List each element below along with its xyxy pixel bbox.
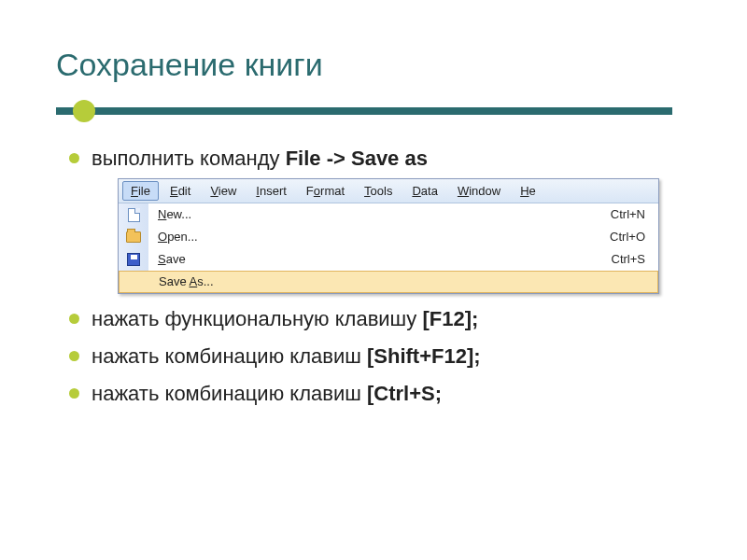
new-file-icon: [128, 208, 140, 222]
shortcut-new: Ctrl+N: [593, 206, 658, 223]
save-disk-icon: [127, 253, 140, 266]
menu-screenshot: File Edit View Insert Format Tools Data …: [118, 178, 659, 295]
bullet-2: нажать функциональную клавишу [F12];: [63, 305, 691, 333]
shortcut-open: Ctrl+O: [593, 229, 658, 245]
bullet-4-text: нажать комбинацию клавиш: [92, 382, 367, 405]
menu-format[interactable]: Format: [298, 181, 353, 202]
bullet-2-text: нажать функциональную клавишу: [92, 307, 422, 330]
bullet-3-text: нажать комбинацию клавиш: [92, 344, 367, 368]
menuitem-new[interactable]: New... Ctrl+N: [119, 203, 658, 226]
menu-edit[interactable]: Edit: [162, 181, 199, 202]
bullet-3: нажать комбинацию клавиш [Shift+F12];: [63, 343, 691, 371]
file-dropdown: New... Ctrl+N Open... Ctrl+O Save Ctrl+S: [119, 203, 658, 293]
bullet-4-bold: [Ctrl+S;: [367, 382, 442, 405]
menu-insert[interactable]: Insert: [247, 181, 295, 202]
bullet-3-bold: [Shift+F12];: [367, 344, 481, 368]
title-underline: [56, 100, 691, 119]
bullet-4: нажать комбинацию клавиш [Ctrl+S;: [63, 380, 691, 408]
menu-data[interactable]: Data: [403, 181, 445, 202]
menu-tools[interactable]: Tools: [356, 181, 401, 202]
shortcut-save: Ctrl+S: [593, 251, 658, 268]
menu-window[interactable]: Window: [449, 181, 509, 202]
menuitem-save[interactable]: Save Ctrl+S: [119, 248, 658, 271]
open-folder-icon: [126, 231, 141, 243]
menu-help[interactable]: He: [512, 181, 544, 202]
slide-title: Сохранение книги: [56, 47, 691, 83]
bullet-2-bold: [F12];: [422, 307, 478, 330]
bullet-1-text: выполнить команду: [92, 147, 286, 170]
menuitem-saveas[interactable]: Save As...: [119, 271, 658, 293]
menuitem-open[interactable]: Open... Ctrl+O: [119, 226, 658, 248]
menubar: File Edit View Insert Format Tools Data …: [119, 179, 658, 204]
bullet-list: выполнить команду File -> Save as File E…: [56, 145, 691, 407]
menu-view[interactable]: View: [202, 181, 245, 202]
bullet-1: выполнить команду File -> Save as File E…: [63, 145, 691, 294]
menu-file[interactable]: File: [122, 181, 159, 202]
bullet-1-bold: File -> Save as: [286, 147, 428, 170]
